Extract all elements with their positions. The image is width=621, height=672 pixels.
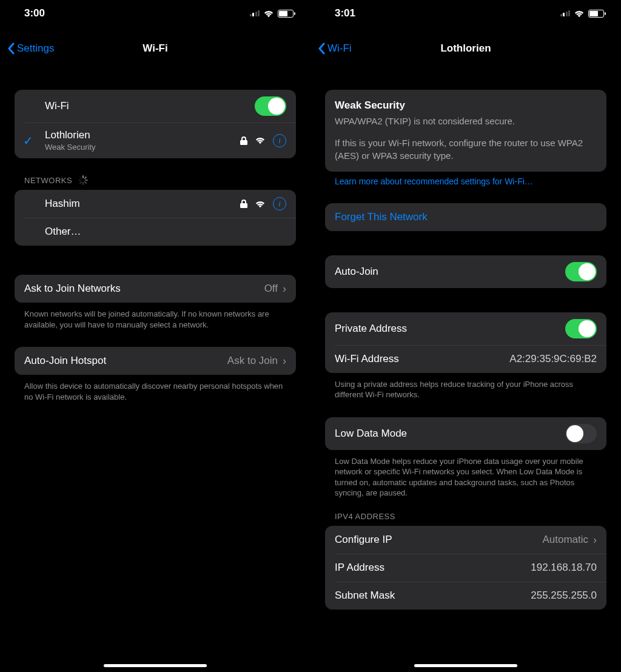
chevron-left-icon [7,42,15,55]
other-label: Other… [45,226,81,238]
ipv4-header: IPV4 ADDRESS [335,512,606,521]
wifi-toggle-row: Wi-Fi [15,90,296,123]
ask-to-join-footer: Known networks will be joined automatica… [15,303,296,330]
chevron-right-icon: › [283,355,286,368]
checkmark-icon: ✓ [23,133,33,148]
back-button[interactable]: Settings [7,42,54,55]
low-data-label: Low Data Mode [335,428,407,440]
cellular-signal-icon [250,10,260,16]
auto-join-toggle[interactable] [565,262,597,281]
wifi-address-label: Wi-Fi Address [335,353,399,365]
connected-network-name: Lothlorien [45,129,96,141]
back-label: Settings [17,42,54,55]
home-indicator[interactable] [104,664,207,667]
back-button[interactable]: Wi-Fi [318,42,352,55]
chevron-right-icon: › [283,283,286,295]
wifi-toggle[interactable] [255,96,286,116]
auto-join-row: Auto-Join [325,255,606,288]
low-data-footer: Low Data Mode helps reduce your iPhone d… [325,450,606,499]
configure-ip-row[interactable]: Configure IP Automatic › [325,526,606,554]
wifi-address-value: A2:29:35:9C:69:B2 [509,353,597,365]
other-network-row[interactable]: Other… [15,218,296,246]
forget-network-button[interactable]: Forget This Network [325,203,606,231]
ip-address-label: IP Address [335,562,384,574]
lock-icon [240,199,247,209]
private-address-row: Private Address [325,312,606,345]
chevron-right-icon: › [593,534,597,546]
low-data-mode-row: Low Data Mode [325,417,606,450]
network-detail-screen: 3:01 Wi-Fi Lothlorien Weak Security WPA/… [310,0,621,672]
spinner-icon [78,175,88,185]
wifi-signal-icon [255,200,266,208]
configure-ip-label: Configure IP [335,534,392,546]
battery-icon [278,10,294,18]
private-address-footer: Using a private address helps reduce tra… [325,373,606,400]
auto-join-hotspot-row[interactable]: Auto-Join Hotspot Ask to Join › [15,347,296,375]
ip-address-row: IP Address 192.168.18.70 [325,554,606,582]
learn-more-link[interactable]: Learn more about recommended settings fo… [325,172,606,186]
forget-label: Forget This Network [335,211,428,223]
auto-join-hotspot-footer: Allow this device to automatically disco… [15,375,296,402]
subnet-mask-label: Subnet Mask [335,590,395,602]
network-row[interactable]: Hashim i [15,190,296,218]
info-icon[interactable]: i [273,197,286,210]
page-title: Lothlorien [310,42,621,55]
wifi-icon [263,10,274,18]
ip-address-value: 192.168.18.70 [531,562,597,574]
clock: 3:01 [335,7,355,19]
subnet-mask-value: 255.255.255.0 [531,590,597,602]
low-data-toggle[interactable] [565,424,597,443]
connected-network-warning: Weak Security [45,143,96,152]
configure-ip-value: Automatic [542,534,588,546]
wifi-icon [574,10,585,18]
battery-icon [588,10,604,18]
weak-security-line2: If this is your Wi-Fi network, configure… [335,137,597,162]
subnet-mask-row: Subnet Mask 255.255.255.0 [325,582,606,610]
chevron-left-icon [318,42,325,55]
home-indicator[interactable] [414,664,517,667]
connected-network-row[interactable]: ✓ Lothlorien Weak Security i [15,123,296,158]
wifi-toggle-label: Wi-Fi [45,100,69,112]
wifi-signal-icon [255,136,266,144]
auto-join-hotspot-value: Ask to Join [227,355,278,367]
private-address-label: Private Address [335,323,407,335]
weak-security-heading: Weak Security [335,99,597,112]
wifi-address-row: Wi-Fi Address A2:29:35:9C:69:B2 [325,345,606,373]
ask-to-join-label: Ask to Join Networks [24,283,121,295]
wifi-settings-screen: 3:00 Settings Wi-Fi Wi-Fi ✓ Lothl [0,0,310,672]
status-bar: 3:01 [310,0,621,27]
auto-join-hotspot-label: Auto-Join Hotspot [24,355,106,367]
network-name: Hashim [45,198,80,210]
info-icon[interactable]: i [273,134,286,147]
private-address-toggle[interactable] [565,319,597,338]
ask-to-join-row[interactable]: Ask to Join Networks Off › [15,275,296,303]
weak-security-line1: WPA/WPA2 (TKIP) is not considered secure… [335,115,597,127]
ask-to-join-value: Off [264,283,278,295]
cellular-signal-icon [560,10,571,16]
clock: 3:00 [24,7,45,19]
lock-icon [240,136,247,146]
networks-header: NETWORKS [24,175,296,185]
auto-join-label: Auto-Join [335,266,378,278]
back-label: Wi-Fi [327,42,352,55]
status-bar: 3:00 [0,0,310,27]
